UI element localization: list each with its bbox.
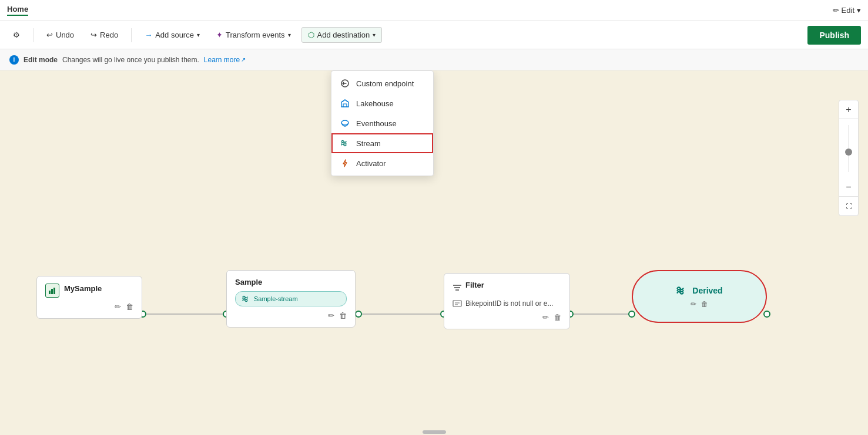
add-destination-icon: ⬡ [308, 31, 314, 39]
dropdown-item-stream[interactable]: Stream [331, 133, 433, 153]
dropdown-item-stream-label: Stream [356, 139, 381, 148]
svg-rect-9 [53, 288, 55, 294]
svg-point-6 [764, 311, 770, 317]
svg-rect-7 [49, 291, 51, 294]
mysample-node: MySample ✏ 🗑 [36, 276, 142, 319]
zoom-track [849, 125, 849, 172]
zoom-in-button[interactable]: + [839, 100, 858, 119]
zoom-slider [849, 119, 849, 178]
stream-icon [340, 138, 350, 149]
bottom-drag-handle[interactable] [423, 430, 446, 434]
filter-condition-text: BikepointID is not null or e... [465, 299, 553, 308]
gear-icon: ⚙ [13, 31, 20, 39]
add-source-button[interactable]: → Add source ▾ [139, 28, 206, 42]
sample-stream-label: Sample-stream [254, 295, 298, 302]
dropdown-item-lakehouse[interactable]: Lakehouse [331, 93, 433, 113]
info-message: Changes will go live once you publish th… [62, 56, 199, 64]
derived-inner: Derived [676, 285, 722, 296]
connector-svg [0, 70, 868, 435]
filter-actions: ✏ 🗑 [453, 313, 561, 322]
dropdown-item-eventhouse[interactable]: Eventhouse [331, 113, 433, 133]
edit-pencil-icon: ✏ [833, 6, 839, 15]
filter-edit-icon[interactable]: ✏ [542, 313, 549, 322]
zoom-fit-button[interactable]: ⛶ [839, 197, 858, 215]
custom-endpoint-icon [340, 78, 350, 89]
edit-button[interactable]: ✏ Edit ▾ [833, 6, 861, 15]
transform-chevron-icon: ▾ [288, 32, 291, 38]
top-nav: Home ✏ Edit ▾ [0, 0, 868, 21]
mysample-edit-icon[interactable]: ✏ [115, 302, 121, 311]
info-icon: i [9, 55, 19, 65]
sample-title: Sample [235, 278, 347, 286]
redo-icon: ↪ [91, 31, 97, 39]
transform-icon: ✦ [216, 31, 223, 39]
undo-button[interactable]: ↩ Undo [41, 28, 80, 42]
divider [33, 28, 33, 42]
add-destination-dropdown: Custom endpoint Lakehouse Eventhouse Str… [331, 70, 434, 176]
lakehouse-icon [340, 98, 350, 109]
sample-node: Sample Sample-stream ✏ 🗑 [226, 270, 356, 328]
transform-events-button[interactable]: ✦ Transform events ▾ [210, 28, 297, 42]
edit-mode-label: Edit mode [24, 56, 58, 64]
dropdown-item-eventhouse-label: Eventhouse [356, 119, 397, 128]
derived-delete-icon[interactable]: 🗑 [701, 300, 708, 308]
mysample-chart-icon [45, 284, 59, 298]
sample-actions: ✏ 🗑 [235, 311, 347, 320]
svg-rect-13 [453, 301, 461, 306]
svg-point-5 [629, 311, 635, 317]
dropdown-item-activator-label: Activator [356, 159, 386, 168]
filter-condition: BikepointID is not null or e... [453, 299, 561, 308]
add-source-icon: → [145, 31, 152, 39]
filter-title: Filter [465, 281, 484, 289]
dropdown-item-custom-endpoint[interactable]: Custom endpoint [331, 73, 433, 93]
mysample-delete-icon[interactable]: 🗑 [126, 302, 133, 311]
mysample-actions: ✏ 🗑 [45, 302, 133, 311]
info-bar: i Edit mode Changes will go live once yo… [0, 49, 868, 70]
undo-icon: ↩ [46, 31, 53, 39]
redo-button[interactable]: ↪ Redo [85, 28, 124, 42]
sample-stream-badge: Sample-stream [235, 291, 347, 306]
filter-condition-icon [453, 299, 462, 308]
add-destination-button[interactable]: ⬡ Add destination ▾ [301, 27, 383, 43]
svg-rect-8 [51, 289, 53, 294]
derived-stream-icon [676, 285, 688, 296]
filter-icon [453, 283, 462, 292]
external-link-icon: ↗ [241, 56, 246, 63]
app-title: Home [7, 5, 28, 16]
activator-icon [340, 158, 350, 168]
svg-point-2 [356, 311, 361, 317]
add-source-chevron-icon: ▾ [197, 32, 200, 38]
settings-button[interactable]: ⚙ [7, 28, 26, 42]
zoom-thumb [845, 149, 852, 156]
dropdown-item-activator[interactable]: Activator [331, 153, 433, 173]
toolbar: ⚙ ↩ Undo ↪ Redo → Add source ▾ ✦ Transfo… [0, 21, 868, 49]
divider2 [131, 28, 132, 42]
eventhouse-icon [340, 118, 350, 129]
zoom-controls: + − ⛶ [839, 100, 859, 216]
derived-edit-icon[interactable]: ✏ [691, 300, 696, 308]
derived-actions: ✏ 🗑 [691, 300, 708, 308]
learn-more-link[interactable]: Learn more ↗ [204, 56, 246, 64]
dropdown-item-custom-endpoint-label: Custom endpoint [356, 79, 414, 88]
filter-node: Filter BikepointID is not null or e... ✏… [444, 273, 570, 329]
dropdown-item-lakehouse-label: Lakehouse [356, 99, 394, 108]
zoom-out-button[interactable]: − [839, 178, 858, 197]
mysample-title: MySample [64, 284, 102, 293]
derived-title: Derived [692, 286, 722, 295]
publish-button[interactable]: Publish [807, 26, 861, 45]
sample-delete-icon[interactable]: 🗑 [339, 311, 347, 320]
filter-header: Filter [453, 281, 561, 294]
mysample-header: MySample [45, 284, 133, 298]
filter-delete-icon[interactable]: 🗑 [554, 313, 561, 322]
edit-chevron-icon: ▾ [857, 6, 861, 15]
derived-node: Derived ✏ 🗑 [632, 270, 767, 323]
canvas: MySample ✏ 🗑 Sample Sample-stream ✏ 🗑 Fi… [0, 70, 868, 435]
sample-edit-icon[interactable]: ✏ [328, 311, 334, 320]
add-destination-chevron-icon: ▾ [373, 32, 376, 38]
